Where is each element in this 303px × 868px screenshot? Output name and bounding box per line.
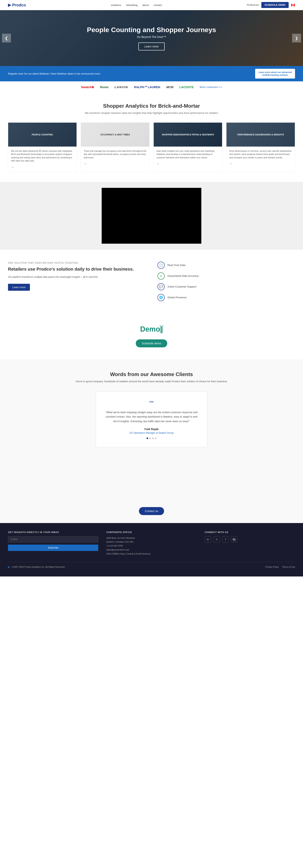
video-player[interactable] (102, 188, 201, 244)
footer-grid: GET INSIGHTS DIRECTLY IN YOUR INBOX Subs… (8, 531, 295, 556)
demo-section: Demo| Schedule demo (0, 313, 303, 359)
analytics-section: Shopper Analytics for Brick-and-Mortar W… (0, 93, 303, 182)
testimonials-title: Words from our Awesome Clients (8, 371, 295, 377)
subscribe-button[interactable]: Subscribe (8, 545, 98, 551)
card-arrow-demographics[interactable]: → (156, 162, 160, 165)
card-body-people: We use the latest advanced 3D stereo cam… (8, 147, 77, 172)
footer-links: Privacy Policy Terms of Use (265, 566, 295, 568)
nav-links: solutions news/blog about contact (111, 4, 162, 7)
nav-about[interactable]: about (142, 4, 149, 7)
logo-swatch: Swatch⊕ (81, 85, 94, 89)
contact-cta: Contact us (0, 499, 303, 523)
dot-2[interactable] (149, 437, 151, 439)
card-arrow-occupancy[interactable]: → (84, 162, 87, 165)
card-text-occupancy: Track and manage live occupancy and wait… (84, 149, 147, 159)
twitter-icon[interactable]: 𝕏 (213, 536, 220, 542)
feature-accuracy: ✓ Guaranteed Data Accuracy (157, 272, 295, 280)
footer-newsletter: GET INSIGHTS DIRECTLY IN YOUR INBOX Subs… (8, 531, 98, 556)
facebook-icon[interactable]: f (222, 536, 229, 542)
footer: GET INSIGHTS DIRECTLY IN YOUR INBOX Subs… (0, 523, 303, 577)
webinar-learn-more-button[interactable]: Learn more about our advanced footfall t… (255, 69, 295, 79)
feature-global: 🌐 Global Presence (157, 294, 295, 301)
logo-ralph-lauren: RALPH ꟸ LAUREN (134, 85, 160, 89)
card-body-occupancy: Track and manage live occupancy and wait… (81, 147, 149, 168)
card-img-people: PEOPLE COUNTING (8, 123, 77, 147)
email-field[interactable] (8, 536, 98, 542)
schedule-demo-button[interactable]: Schedule demo (136, 339, 167, 347)
testimonials-section: Words from our Awesome Clients You're in… (0, 359, 303, 459)
schedule-demo-button[interactable]: SCHEDULE DEMO (261, 2, 289, 8)
feature-list: 🕐 Real-Time Data ✓ Guaranteed Data Accur… (157, 261, 295, 301)
hero-content: People Counting and Shopper Journeys Go … (87, 26, 216, 51)
instagram-icon[interactable]: 📷 (231, 536, 237, 542)
hero-section: ❮ People Counting and Shopper Journeys G… (0, 10, 303, 66)
hero-subtitle: Go Beyond The Door™ (87, 35, 216, 38)
solutions-desc-text: Our platform transforms multiple data po… (8, 276, 88, 278)
feature-realtime: 🕐 Real-Time Data (157, 261, 295, 269)
hero-next-button[interactable]: ❯ (292, 34, 301, 42)
footer-office: CORPORATE OFFICE 9408 Boul. du Golf | Mo… (106, 531, 196, 556)
webinar-text: Register here for our latest Webinar | N… (8, 72, 101, 75)
card-arrow-people[interactable]: → (11, 165, 14, 169)
card-text-people: We use the latest advanced 3D stereo cam… (11, 149, 74, 162)
card-performance: PERFORMANCE DASHBOARDS & INSIGHTS Drive … (226, 122, 295, 172)
globe-icon: 🌐 (157, 294, 165, 301)
card-arrow-performance[interactable]: → (229, 162, 233, 165)
card-body-demographics: Gain deep insights into your retail oper… (154, 147, 222, 168)
dot-1[interactable] (147, 437, 148, 439)
feature-label-global: Global Presence (168, 296, 187, 299)
card-label-people: PEOPLE COUNTING (32, 133, 53, 136)
logo-mcm: MCM (166, 85, 174, 89)
more-customers-link[interactable]: More customers >> (200, 86, 222, 89)
card-text-demographics: Gain deep insights into your retail oper… (156, 149, 219, 159)
card-img-demographics: SHOPPER DEMOGRAPHICS PATHS & HEATMAPS (154, 123, 222, 147)
logo-lacoste: LACOSTE (179, 85, 194, 89)
webinar-banner: Register here for our latest Webinar | N… (0, 66, 303, 81)
feature-label-accuracy: Guaranteed Data Accuracy (168, 274, 199, 277)
hero-title: People Counting and Shopper Journeys (87, 26, 216, 34)
dot-4[interactable] (155, 437, 156, 439)
demo-title-text: Demo (140, 325, 160, 333)
testimonial-role: US Operations Manager at Swatch Group (104, 432, 199, 434)
solutions-learn-more-button[interactable]: Learn more (8, 284, 30, 291)
nav-newsblog[interactable]: news/blog (126, 4, 138, 7)
privacy-policy-link[interactable]: Privacy Policy (265, 566, 279, 568)
flag-icon: 🇨🇦 (291, 3, 295, 7)
linkedin-icon[interactable]: in (205, 536, 211, 542)
logos-section: Swatch⊕ Roots LANVIN RALPH ꟸ LAUREN MCM … (0, 81, 303, 93)
navbar: ▶ Prodco solutions news/blog about conta… (0, 0, 303, 10)
clock-icon: 🕐 (157, 261, 165, 269)
nav-solutions[interactable]: solutions (111, 4, 121, 7)
contact-us-button[interactable]: Contact us (139, 507, 164, 515)
hero-learn-more-button[interactable]: Learn more (138, 42, 165, 51)
footer-bottom: ▶ ©1997-2024 Prodco Analytics Inc. All R… (8, 562, 295, 568)
testimonial-card: ““ "What we've been enjoying straight aw… (96, 392, 207, 447)
hero-prev-button[interactable]: ❮ (2, 34, 11, 42)
analytics-subtitle: We transform shopper behavior data into … (8, 112, 295, 115)
demo-cursor: | (160, 325, 163, 333)
check-icon: ✓ (157, 272, 165, 280)
card-img-performance: PERFORMANCE DASHBOARDS & INSIGHTS (226, 123, 295, 147)
feature-label-realtime: Real-Time Data (168, 264, 186, 267)
analytics-title: Shopper Analytics for Brick-and-Mortar (8, 103, 295, 109)
solutions-right: 🕐 Real-Time Data ✓ Guaranteed Data Accur… (157, 261, 295, 301)
office-regions: USA | EMEA | Asia | Central & South Amer… (106, 553, 150, 555)
solutions-section: ONE SOLUTION THAT GOES BEYOND PEOPLE COU… (0, 250, 303, 313)
logo-roots: Roots (100, 85, 109, 89)
prodcolive-label: ProdcoLive (247, 4, 259, 6)
quote-icon: ““ (104, 400, 199, 407)
card-text-performance: Drive performance in real time, access u… (229, 149, 292, 159)
feature-support: 💬 Active Customer Support (157, 283, 295, 290)
dot-3[interactable] (152, 437, 154, 439)
card-body-performance: Drive performance in real time, access u… (226, 147, 295, 168)
card-demographics: SHOPPER DEMOGRAPHICS PATHS & HEATMAPS Ga… (153, 122, 222, 172)
testimonial-author: Fadi Rajab (104, 428, 199, 431)
footer-copyright: ▶ ©1997-2024 Prodco Analytics Inc. All R… (8, 565, 65, 568)
nav-contact[interactable]: contact (154, 4, 162, 7)
card-label-performance: PERFORMANCE DASHBOARDS & INSIGHTS (237, 133, 284, 136)
office-phone: +1 514 324 9799 (106, 545, 123, 547)
logo-icon: ▶ (8, 2, 11, 7)
newsletter-heading: GET INSIGHTS DIRECTLY IN YOUR INBOX (8, 531, 98, 533)
testimonials-subtitle: You're in good company. Hundreds of reta… (8, 379, 295, 384)
terms-of-use-link[interactable]: Terms of Use (282, 566, 295, 568)
